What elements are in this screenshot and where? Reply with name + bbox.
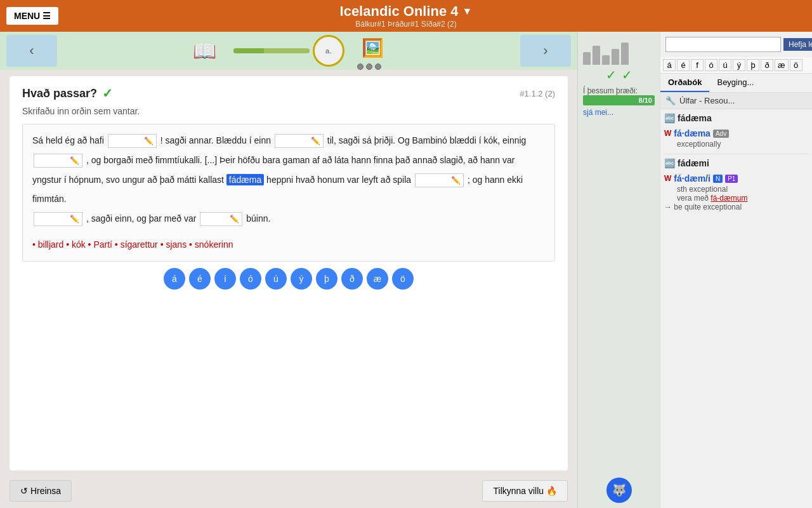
avatar-icon: 🐺	[606, 478, 632, 503]
chart-bar-1	[583, 52, 591, 65]
input-1[interactable]: ✏️	[108, 134, 157, 148]
divider-1	[664, 154, 808, 154]
image-icon: 🖼️	[357, 32, 389, 64]
entry-def-4: sth exceptional	[677, 185, 808, 194]
pencil-icon-6: ✏️	[230, 211, 239, 227]
dropdown-arrow[interactable]: ▼	[462, 6, 473, 17]
resource-bar: 🔧 Úlfar - Resou...	[660, 93, 812, 109]
special-chars-row: á é í ó ú ý þ ð æ ö	[22, 268, 555, 290]
search-input[interactable]	[665, 37, 781, 52]
input-field-2[interactable]	[278, 137, 310, 146]
input-field-5[interactable]	[37, 215, 69, 224]
exercise-id: #1.1.2 (2)	[520, 89, 555, 98]
input-2[interactable]: ✏️	[275, 134, 324, 148]
header-subtitle: Bálkur#1 Þráður#1 Síða#2 (2)	[340, 20, 473, 29]
char-btn-a[interactable]: á	[164, 268, 185, 290]
input-field-6[interactable]	[203, 215, 228, 224]
dot-3	[375, 64, 381, 70]
side-char-a[interactable]: á	[663, 59, 676, 71]
report-button[interactable]: Tilkynna villu 🔥	[482, 480, 568, 502]
reset-button[interactable]: ↺ Hreinsa	[10, 480, 72, 502]
side-char-ae[interactable]: æ	[775, 59, 789, 71]
tab-beyging[interactable]: Beyging...	[709, 74, 761, 92]
avatar-area: 🐺	[606, 478, 632, 503]
progress-circle: a.	[313, 35, 344, 67]
check-1: ✓	[606, 67, 617, 83]
entry-header-3: 🔤 fádæmi	[664, 158, 808, 168]
progress-area: a.	[233, 35, 344, 67]
dot-2	[366, 64, 372, 70]
text-part-2: ! sagði annar. Blæddu í einn	[160, 135, 273, 145]
char-btn-o-uml[interactable]: ö	[392, 268, 414, 290]
input-6[interactable]: ✏️	[200, 212, 242, 226]
progress-dots	[357, 64, 389, 70]
char-btn-y[interactable]: ý	[291, 268, 312, 290]
input-4[interactable]: ✏️	[415, 173, 464, 187]
input-field-3[interactable]	[37, 156, 69, 166]
side-char-y[interactable]: ý	[733, 59, 745, 71]
input-3[interactable]: ✏️	[34, 154, 82, 168]
char-btn-ae[interactable]: æ	[367, 268, 388, 290]
app-title: Icelandic Online 4	[340, 3, 459, 20]
text-part-5: heppni hvað honum var leyft að spila	[266, 175, 414, 185]
dictionary-entries: 🔤 fádæma W fá·dæma Adv exceptionally 🔤 f…	[660, 109, 812, 508]
side-char-oe[interactable]: ö	[790, 59, 802, 71]
side-char-u[interactable]: ú	[719, 59, 731, 71]
entry-word-fadaema[interactable]: fádæma	[678, 113, 712, 123]
dictionary-tabs: Orðabók Beyging...	[660, 74, 812, 93]
adv-badge-1: Adv	[713, 130, 729, 138]
resource-label: Úlfar - Resou...	[679, 96, 735, 105]
check-row: ✓ ✓	[583, 67, 655, 83]
text-part-1: Sá held ég að hafi	[32, 135, 107, 145]
highlighted-word[interactable]: fádæma	[226, 174, 264, 185]
progress-text: a.	[325, 47, 331, 55]
dict-entry-fadaema-sub: W fá·dæma Adv exceptionally	[664, 128, 808, 149]
search-button[interactable]: Hefja leit	[783, 38, 812, 51]
entry-icon-1: 🔤	[664, 113, 675, 123]
exercise-sidebar: ✓ ✓ Í þessum þræði: 8/10 sjá mei... 🐺	[577, 32, 660, 508]
progress-label: Í þessum þræði:	[583, 86, 655, 95]
see-more-link[interactable]: sjá mei...	[583, 108, 655, 117]
entry-word-fadaemi[interactable]: fádæmi	[678, 158, 709, 168]
entry-header-1: 🔤 fádæma	[664, 113, 808, 123]
entry-subword-fadaema[interactable]: fá·dæma	[674, 128, 710, 138]
chart-bar-2	[593, 46, 600, 65]
header-title-area: Icelandic Online 4 ▼ Bálkur#1 Þráður#1 S…	[340, 3, 473, 29]
mini-chart	[583, 39, 655, 65]
tab-ordabok[interactable]: Orðabók	[660, 74, 709, 92]
char-btn-i[interactable]: í	[214, 268, 236, 290]
entry-subword-fadaemi[interactable]: fá·dæm/i	[674, 173, 710, 184]
char-btn-thorn[interactable]: þ	[316, 268, 337, 290]
input-field-4[interactable]	[418, 175, 450, 185]
entry-arrow-4: → be quite exceptional	[664, 203, 808, 211]
w-icon-2: W	[664, 174, 671, 183]
book-icon: 📖	[189, 35, 221, 67]
next-button[interactable]: ›	[520, 35, 571, 67]
input-field-1[interactable]	[111, 137, 143, 146]
pencil-icon-3: ✏️	[70, 152, 79, 169]
menu-button[interactable]: MENU ☰	[6, 7, 58, 25]
exercise-card: Hvað passar? ✓ #1.1.2 (2) Skrifaðu inn o…	[10, 76, 568, 471]
side-char-e[interactable]: é	[677, 59, 690, 71]
entry-link-4[interactable]: fá-dæmum	[710, 194, 747, 203]
content-area: ‹ 📖 a. 🖼️	[0, 32, 577, 508]
exercise-header: Hvað passar? ✓ #1.1.2 (2)	[22, 86, 555, 101]
side-char-thorn[interactable]: þ	[747, 59, 759, 71]
nav-center: 📖 a. 🖼️	[57, 32, 520, 70]
side-char-eth[interactable]: ð	[761, 59, 773, 71]
side-char-f[interactable]: f	[691, 59, 704, 71]
sidebar-chars-row: á é f ó ú ý þ ð æ ö	[660, 57, 812, 74]
search-bar: Hefja leit ✕	[660, 32, 812, 57]
progress-bar-fill	[233, 48, 264, 53]
prev-button[interactable]: ‹	[6, 35, 57, 67]
side-char-o[interactable]: ó	[705, 59, 717, 71]
char-btn-eth[interactable]: ð	[341, 268, 363, 290]
entry-def-1: exceptionally	[677, 140, 808, 149]
dict-entry-fadaemi-sub: W fá·dæm/i N P1 sth exceptional vera með…	[664, 173, 808, 211]
char-btn-e[interactable]: é	[189, 268, 211, 290]
input-5[interactable]: ✏️	[34, 212, 82, 226]
char-btn-u[interactable]: ú	[265, 268, 287, 290]
chart-bar-5	[621, 43, 629, 65]
header: MENU ☰ Icelandic Online 4 ▼ Bálkur#1 Þrá…	[0, 0, 812, 32]
char-btn-o[interactable]: ó	[240, 268, 261, 290]
